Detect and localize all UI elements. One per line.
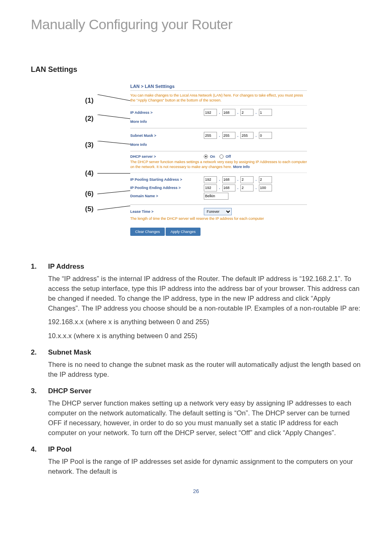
- dhcp-server-label: DHCP server >: [130, 154, 202, 159]
- ip-octet-1[interactable]: [204, 109, 217, 116]
- sm-octet-1[interactable]: [204, 132, 217, 139]
- sm-octet-3[interactable]: [240, 132, 254, 139]
- pool-start-2[interactable]: [222, 176, 235, 183]
- pool-end-4[interactable]: [259, 184, 272, 191]
- radio-on-label: On: [210, 154, 215, 159]
- item-num: 1.: [31, 263, 48, 271]
- sm-octet-4[interactable]: [259, 132, 272, 139]
- svg-line-0: [97, 94, 130, 101]
- radio-off-label: Off: [226, 154, 231, 159]
- pool-start-4[interactable]: [259, 176, 272, 183]
- callout-2: (2): [85, 115, 97, 123]
- lan-diagram: (1) (2) (3) (4) (6) (5): [31, 81, 361, 240]
- item-num: 4.: [31, 445, 48, 454]
- panel-header: LAN > LAN Setttings: [130, 81, 307, 91]
- more-info-link[interactable]: More Info: [130, 120, 147, 124]
- callout-4: (4): [85, 169, 97, 177]
- panel-desc: You can make changes to the Local Area N…: [130, 91, 307, 105]
- subnet-mask-label: Subnet Mask >: [130, 134, 202, 138]
- item-body: There is no need to change the subnet ma…: [48, 360, 361, 380]
- callout-1: (1): [85, 97, 97, 105]
- item-title: DHCP Server: [48, 387, 92, 395]
- pool-end-label: IP Pooling Ending Address >: [130, 186, 202, 190]
- callout-numbers: (1) (2) (3) (4) (6) (5): [85, 81, 130, 215]
- pool-end-1[interactable]: [204, 184, 217, 191]
- domain-name-label: Domain Name >: [130, 194, 202, 198]
- lease-time-label: Lease Time >: [130, 210, 202, 214]
- domain-name-input[interactable]: [204, 193, 228, 200]
- item-num: 3.: [31, 387, 48, 395]
- apply-changes-button[interactable]: Apply Changes: [166, 228, 201, 236]
- pool-end-2[interactable]: [222, 184, 235, 191]
- pool-start-label: IP Pooling Starting Address >: [130, 177, 202, 182]
- radio-off[interactable]: [219, 154, 224, 159]
- ip-octet-3[interactable]: [240, 109, 254, 116]
- item-body: The “IP address” is the internal IP addr…: [48, 274, 361, 313]
- lease-time-row: Lease Time > Forever The length of time …: [130, 205, 307, 224]
- page-number: 26: [31, 488, 361, 494]
- ip-pool-row: IP Pooling Starting Address > . . . IP P…: [130, 173, 307, 205]
- ip-address-row: IP Address > . . . More Info: [130, 105, 307, 128]
- pool-end-3[interactable]: [240, 184, 254, 191]
- lease-desc: The length of time the DHCP server will …: [130, 217, 307, 221]
- pool-start-3[interactable]: [240, 176, 254, 183]
- dhcp-desc: The DHCP server function makes settings …: [130, 160, 307, 169]
- page-title: Manually Configuring your Router: [31, 16, 361, 32]
- clear-changes-button[interactable]: Clear Changes: [130, 228, 165, 236]
- svg-line-5: [97, 206, 130, 210]
- item-body: The DHCP server function makes setting u…: [48, 399, 361, 438]
- ip-example: 192.168.x.x (where x is anything between…: [48, 317, 361, 327]
- ip-octet-4[interactable]: [259, 109, 272, 116]
- dhcp-server-row: DHCP server > On Off The DHCP server fun…: [130, 151, 307, 172]
- lease-time-select[interactable]: Forever: [204, 208, 232, 215]
- subnet-mask-row: Subnet Mask > . . . More Info: [130, 128, 307, 151]
- callout-3: (3): [85, 141, 97, 149]
- sm-octet-2[interactable]: [222, 132, 235, 139]
- pool-start-1[interactable]: [204, 176, 217, 183]
- lan-settings-heading: LAN Settings: [31, 65, 361, 74]
- callout-5: (5): [85, 205, 97, 213]
- ip-octet-2[interactable]: [222, 109, 235, 116]
- ip-example: 10.x.x.x (where x is anything between 0 …: [48, 331, 361, 341]
- lan-settings-panel: LAN > LAN Setttings You can make changes…: [130, 81, 307, 240]
- item-body: The IP Pool is the range of IP addresses…: [48, 457, 361, 477]
- more-info-link[interactable]: More Info: [130, 143, 147, 147]
- item-title: IP Pool: [48, 445, 71, 454]
- item-title: Subnet Mask: [48, 348, 91, 357]
- radio-on[interactable]: [204, 154, 208, 159]
- svg-line-2: [97, 141, 130, 144]
- content-list: 1. IP Address The “IP address” is the in…: [31, 263, 361, 477]
- callout-6: (6): [85, 190, 97, 198]
- item-title: IP Address: [48, 263, 84, 271]
- ip-address-label: IP Address >: [130, 111, 202, 115]
- svg-line-4: [97, 191, 130, 194]
- item-num: 2.: [31, 348, 48, 357]
- svg-line-1: [97, 115, 130, 119]
